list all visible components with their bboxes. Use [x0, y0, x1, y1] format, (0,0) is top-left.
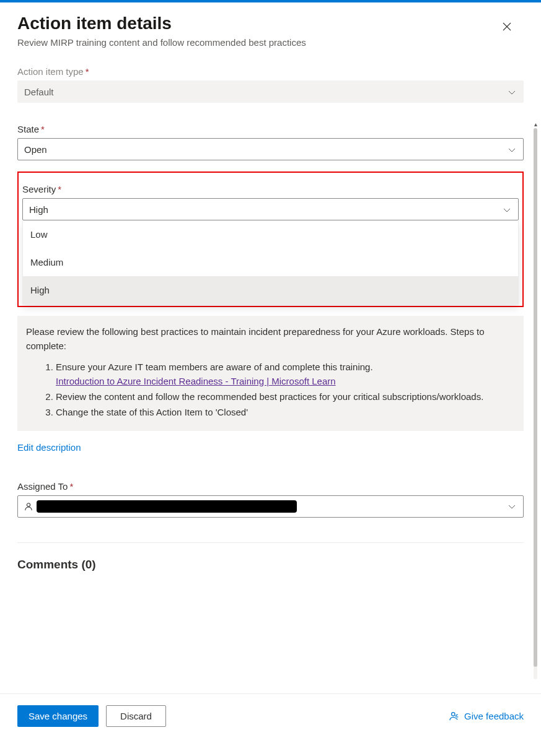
- select-value: Default: [24, 87, 54, 97]
- label-assigned-to: Assigned To*: [17, 481, 524, 492]
- chevron-down-icon: [503, 206, 511, 213]
- assigned-value-redacted: [37, 500, 297, 513]
- select-value: High: [29, 204, 48, 215]
- field-action-item-type: Action item type* Default: [17, 66, 524, 103]
- scrollbar-thumb[interactable]: [534, 128, 537, 667]
- training-link[interactable]: Introduction to Azure Incident Readiness…: [56, 376, 336, 386]
- footer-bar: Save changes Discard Give feedback: [0, 693, 541, 738]
- page-title: Action item details: [17, 14, 524, 33]
- discard-button[interactable]: Discard: [106, 705, 166, 727]
- edit-description-link[interactable]: Edit description: [17, 442, 81, 453]
- field-assigned-to: Assigned To*: [17, 481, 524, 518]
- chevron-down-icon: [508, 88, 516, 95]
- page-subtitle: Review MIRP training content and follow …: [17, 37, 524, 48]
- field-severity: Severity* High Low Medium High: [22, 184, 519, 305]
- label-action-item-type: Action item type*: [17, 66, 524, 77]
- person-icon: [24, 502, 33, 511]
- close-button[interactable]: [501, 21, 516, 36]
- svg-point-0: [27, 503, 30, 506]
- feedback-icon: [449, 711, 460, 722]
- divider: [17, 542, 524, 543]
- severity-highlight-box: Severity* High Low Medium High: [17, 172, 524, 307]
- comments-heading: Comments (0): [17, 558, 524, 571]
- severity-dropdown: Low Medium High: [22, 220, 519, 305]
- severity-option-medium[interactable]: Medium: [23, 248, 518, 276]
- field-state: State* Open: [17, 124, 524, 160]
- give-feedback-link[interactable]: Give feedback: [449, 711, 524, 722]
- chevron-down-icon: [508, 503, 516, 510]
- select-value: Open: [24, 144, 47, 155]
- select-severity[interactable]: High: [22, 198, 519, 220]
- description-step-1: Ensure your Azure IT team members are aw…: [56, 360, 515, 389]
- description-step-2: Review the content and follow the recomm…: [56, 389, 515, 404]
- chevron-down-icon: [508, 146, 516, 153]
- close-icon: [501, 21, 512, 32]
- description-steps: Ensure your Azure IT team members are aw…: [26, 360, 515, 420]
- svg-point-1: [452, 712, 455, 715]
- scroll-up-arrow[interactable]: ▴: [532, 121, 539, 128]
- description-box: Please review the following best practic…: [17, 316, 524, 431]
- severity-option-high[interactable]: High: [23, 276, 518, 304]
- details-panel: Action item details Review MIRP training…: [0, 2, 541, 571]
- select-state[interactable]: Open: [17, 138, 524, 160]
- description-intro: Please review the following best practic…: [26, 324, 515, 354]
- select-assigned-to[interactable]: [17, 495, 524, 518]
- save-button[interactable]: Save changes: [17, 705, 99, 727]
- label-severity: Severity*: [22, 184, 519, 194]
- description-step-3: Change the state of this Action Item to …: [56, 405, 515, 419]
- select-action-item-type: Default: [17, 80, 524, 103]
- severity-option-low[interactable]: Low: [23, 220, 518, 248]
- label-state: State*: [17, 124, 524, 134]
